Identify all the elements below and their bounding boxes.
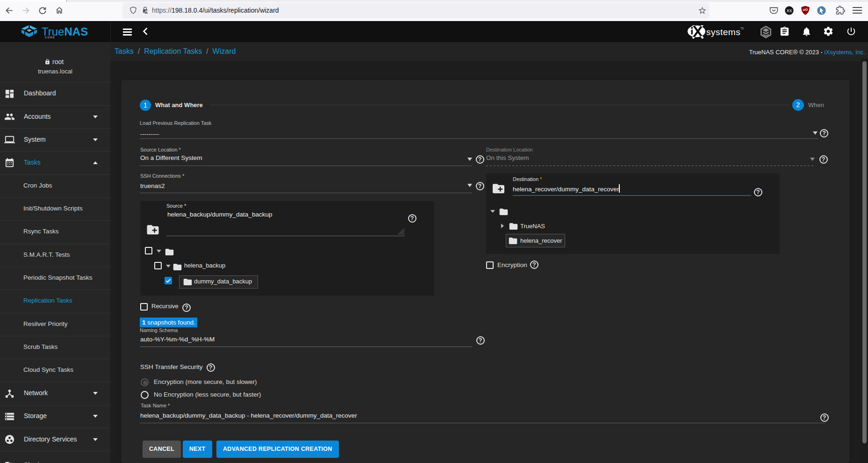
svg-text:XX: XX [787, 8, 792, 13]
svg-text:TM: TM [740, 27, 744, 30]
svg-text:uO: uO [803, 7, 808, 12]
svg-text:systems: systems [706, 27, 740, 37]
